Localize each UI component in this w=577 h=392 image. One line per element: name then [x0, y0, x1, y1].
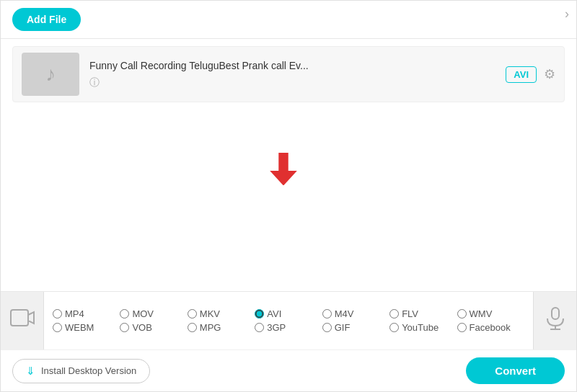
format-options: MP4 MOV MKV AVI M4V FLV [44, 303, 533, 339]
format-option-mp4[interactable]: MP4 [53, 308, 120, 319]
convert-button[interactable]: Convert [466, 357, 565, 384]
format-label-webm[interactable]: WEBM [65, 322, 94, 333]
format-label-wmv[interactable]: WMV [470, 308, 493, 319]
install-label: Install Desktop Version [41, 365, 136, 376]
info-icon[interactable]: ⓘ [89, 76, 100, 88]
down-arrow-icon [268, 152, 299, 187]
format-option-mov[interactable]: MOV [120, 308, 187, 319]
format-option-m4v[interactable]: M4V [322, 308, 389, 319]
format-label-mkv[interactable]: MKV [200, 308, 220, 319]
format-label-flv[interactable]: FLV [402, 308, 418, 319]
bottom-bar: MP4 MOV MKV AVI M4V FLV [1, 291, 576, 391]
add-file-button[interactable]: Add File [12, 8, 81, 31]
settings-icon[interactable]: ⚙ [544, 66, 555, 82]
format-option-flv[interactable]: FLV [389, 308, 457, 319]
top-bar: Add File › [1, 1, 576, 39]
format-label-m4v[interactable]: M4V [335, 308, 354, 319]
format-option-mkv[interactable]: MKV [188, 308, 255, 319]
format-label-facebook[interactable]: Facebook [470, 322, 511, 333]
format-label-mp4[interactable]: MP4 [65, 308, 84, 319]
format-option-facebook[interactable]: Facebook [457, 322, 524, 333]
svg-marker-2 [28, 312, 34, 324]
file-list: ♪ Funny Call Recording TeluguBest Prank … [1, 39, 576, 110]
file-info: Funny Call Recording TeluguBest Prank ca… [89, 60, 506, 89]
format-badge[interactable]: AVI [506, 66, 537, 83]
format-label-gif[interactable]: GIF [335, 322, 351, 333]
format-option-vob[interactable]: VOB [120, 322, 187, 333]
format-option-avi[interactable]: AVI [255, 308, 322, 319]
audio-icon [545, 307, 566, 334]
svg-marker-0 [268, 152, 299, 187]
audio-format-icon-box [533, 292, 576, 349]
music-icon: ♪ [45, 63, 56, 86]
file-item: ♪ Funny Call Recording TeluguBest Prank … [12, 46, 565, 102]
install-desktop-button[interactable]: ⇓ Install Desktop Version [12, 359, 150, 383]
download-icon: ⇓ [26, 365, 35, 378]
file-thumbnail: ♪ [22, 53, 79, 96]
format-option-youtube[interactable]: YouTube [389, 322, 457, 333]
format-option-gif[interactable]: GIF [322, 322, 389, 333]
video-icon [10, 306, 35, 336]
file-actions: AVI ⚙ [506, 66, 555, 83]
format-option-mpg[interactable]: MPG [188, 322, 255, 333]
close-button[interactable]: › [565, 6, 569, 22]
file-title: Funny Call Recording TeluguBest Prank ca… [89, 60, 506, 71]
format-label-mpg[interactable]: MPG [200, 322, 221, 333]
format-label-mov[interactable]: MOV [132, 308, 154, 319]
video-format-icon-box [1, 292, 44, 349]
arrow-container [268, 152, 299, 187]
svg-rect-3 [552, 308, 559, 319]
footer: ⇓ Install Desktop Version Convert [1, 350, 576, 391]
format-label-3gp[interactable]: 3GP [267, 322, 286, 333]
format-option-3gp[interactable]: 3GP [255, 322, 322, 333]
format-option-wmv[interactable]: WMV [457, 308, 524, 319]
format-label-vob[interactable]: VOB [132, 322, 151, 333]
format-label-avi[interactable]: AVI [267, 308, 281, 319]
format-option-webm[interactable]: WEBM [53, 322, 120, 333]
svg-rect-1 [11, 310, 28, 326]
format-label-youtube[interactable]: YouTube [402, 322, 439, 333]
format-row: MP4 MOV MKV AVI M4V FLV [1, 292, 576, 350]
